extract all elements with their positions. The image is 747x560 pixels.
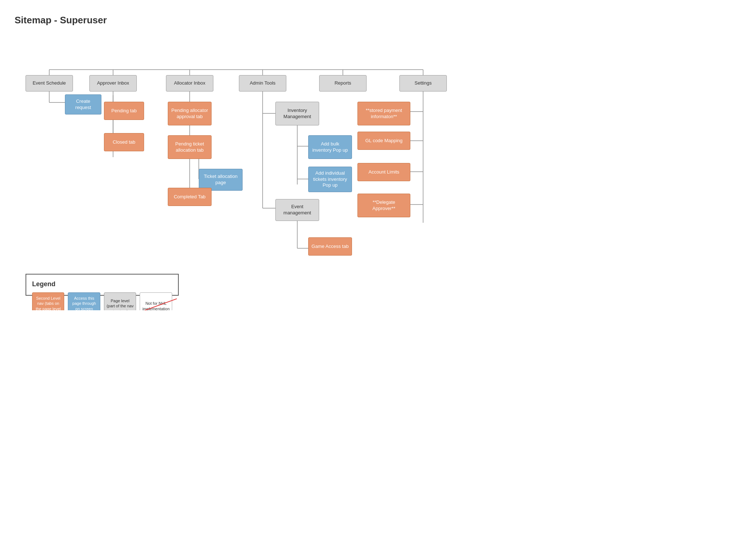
legend-title: Legend <box>32 280 172 288</box>
node-inventory-management: Inventory Management <box>275 102 319 125</box>
legend-items: Second Level nav (tabs on the page level… <box>32 292 172 310</box>
node-completed-tab: Completed Tab <box>168 188 212 206</box>
legend-item-blue: Access this page through on screen butto… <box>68 292 100 310</box>
node-delegate-approver: **Delegate Approver** <box>357 194 410 217</box>
node-game-access-tab: Game Access tab <box>308 237 352 256</box>
node-pending-allocator-approval: Pending allocator approval tab <box>168 102 212 125</box>
legend-item-orange: Second Level nav (tabs on the page level… <box>32 292 64 310</box>
sitemap-diagram: Event Schedule Approver Inbox Allocator … <box>15 40 732 296</box>
node-event-management: Event management <box>275 199 319 221</box>
node-add-individual-tickets: Add individual tickets inventory Pop up <box>308 167 352 192</box>
node-admin-tools: Admin Tools <box>239 75 286 92</box>
legend-box: Legend Second Level nav (tabs on the pag… <box>26 274 179 296</box>
node-settings: Settings <box>399 75 447 92</box>
node-gl-code-mapping: GL code Mapping <box>357 132 410 150</box>
node-reports: Reports <box>319 75 367 92</box>
node-closed-tab: Closed tab <box>104 133 144 151</box>
page-title: Sitemap - Superuser <box>15 15 732 26</box>
node-create-request: Create request <box>65 94 101 114</box>
legend-item-strikethrough: Not for NHL implementation <box>140 292 172 310</box>
node-ticket-allocation-page: Ticket allocation page <box>199 169 243 191</box>
node-pending-tab: Pending tab <box>104 102 144 120</box>
legend-item-gray: Page level (part of the nav structure). <box>104 292 136 310</box>
node-add-bulk-inventory: Add bulk inventory Pop up <box>308 135 352 159</box>
node-pending-ticket-allocation: Pendng ticket allocation tab <box>168 135 212 159</box>
node-stored-payment: **stored payment informaton** <box>357 102 410 125</box>
node-account-limits: Account Limits <box>357 163 410 181</box>
node-event-schedule: Event Schedule <box>26 75 73 92</box>
node-allocator-inbox: Allocator Inbox <box>166 75 213 92</box>
node-approver-inbox: Approver Inbox <box>89 75 137 92</box>
